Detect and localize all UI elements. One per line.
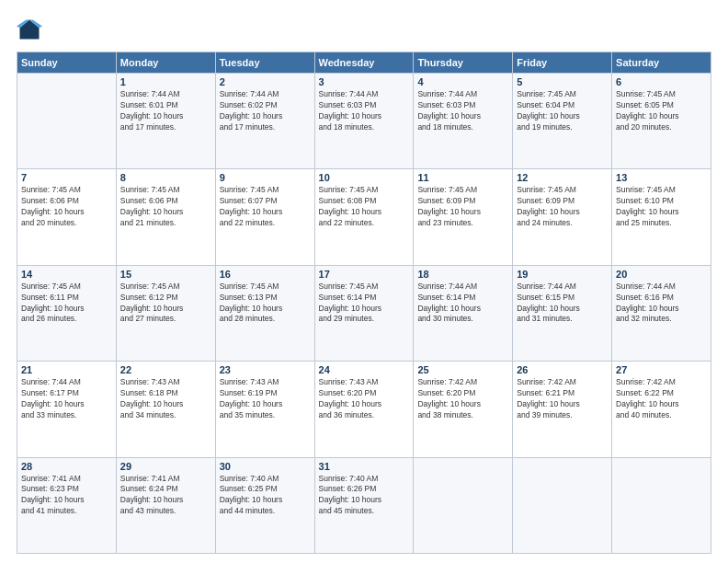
calendar-cell: 2Sunrise: 7:44 AM Sunset: 6:02 PM Daylig… bbox=[215, 74, 314, 169]
day-info: Sunrise: 7:45 AM Sunset: 6:06 PM Dayligh… bbox=[120, 185, 211, 229]
day-info: Sunrise: 7:44 AM Sunset: 6:14 PM Dayligh… bbox=[417, 282, 508, 326]
logo-icon bbox=[17, 17, 42, 42]
day-info: Sunrise: 7:43 AM Sunset: 6:19 PM Dayligh… bbox=[220, 377, 311, 421]
day-info: Sunrise: 7:45 AM Sunset: 6:06 PM Dayligh… bbox=[21, 185, 112, 229]
day-info: Sunrise: 7:42 AM Sunset: 6:21 PM Dayligh… bbox=[517, 377, 608, 421]
calendar-week-row: 21Sunrise: 7:44 AM Sunset: 6:17 PM Dayli… bbox=[17, 362, 711, 457]
calendar-week-row: 28Sunrise: 7:41 AM Sunset: 6:23 PM Dayli… bbox=[17, 457, 711, 553]
day-number: 14 bbox=[21, 269, 112, 280]
day-number: 11 bbox=[417, 172, 508, 183]
day-number: 21 bbox=[21, 364, 112, 375]
calendar-cell: 20Sunrise: 7:44 AM Sunset: 6:16 PM Dayli… bbox=[612, 265, 711, 361]
day-info: Sunrise: 7:43 AM Sunset: 6:20 PM Dayligh… bbox=[319, 377, 410, 421]
day-number: 22 bbox=[120, 364, 211, 375]
calendar-cell: 19Sunrise: 7:44 AM Sunset: 6:15 PM Dayli… bbox=[513, 265, 612, 361]
calendar-cell: 4Sunrise: 7:44 AM Sunset: 6:03 PM Daylig… bbox=[414, 74, 513, 169]
calendar-cell: 6Sunrise: 7:45 AM Sunset: 6:05 PM Daylig… bbox=[612, 74, 711, 169]
calendar-cell: 30Sunrise: 7:40 AM Sunset: 6:25 PM Dayli… bbox=[215, 457, 314, 553]
calendar-cell: 17Sunrise: 7:45 AM Sunset: 6:14 PM Dayli… bbox=[314, 265, 414, 361]
day-number: 31 bbox=[319, 461, 410, 472]
calendar-cell: 7Sunrise: 7:45 AM Sunset: 6:06 PM Daylig… bbox=[17, 169, 117, 265]
day-info: Sunrise: 7:45 AM Sunset: 6:13 PM Dayligh… bbox=[220, 282, 311, 326]
day-number: 16 bbox=[220, 269, 311, 280]
day-info: Sunrise: 7:45 AM Sunset: 6:07 PM Dayligh… bbox=[220, 185, 311, 229]
calendar-cell bbox=[513, 457, 612, 553]
weekday-row: SundayMondayTuesdayWednesdayThursdayFrid… bbox=[17, 52, 711, 74]
day-info: Sunrise: 7:44 AM Sunset: 6:15 PM Dayligh… bbox=[517, 282, 608, 326]
day-number: 17 bbox=[319, 269, 410, 280]
weekday-header: Saturday bbox=[612, 52, 711, 74]
calendar-cell: 8Sunrise: 7:45 AM Sunset: 6:06 PM Daylig… bbox=[116, 169, 215, 265]
day-number: 10 bbox=[319, 172, 410, 183]
calendar-cell: 27Sunrise: 7:42 AM Sunset: 6:22 PM Dayli… bbox=[612, 362, 711, 457]
calendar-cell: 13Sunrise: 7:45 AM Sunset: 6:10 PM Dayli… bbox=[612, 169, 711, 265]
calendar-cell bbox=[612, 457, 711, 553]
day-info: Sunrise: 7:44 AM Sunset: 6:03 PM Dayligh… bbox=[417, 89, 508, 133]
weekday-header: Sunday bbox=[17, 52, 117, 74]
calendar-cell: 10Sunrise: 7:45 AM Sunset: 6:08 PM Dayli… bbox=[314, 169, 414, 265]
day-number: 6 bbox=[616, 76, 707, 87]
calendar-cell: 23Sunrise: 7:43 AM Sunset: 6:19 PM Dayli… bbox=[215, 362, 314, 457]
day-info: Sunrise: 7:44 AM Sunset: 6:01 PM Dayligh… bbox=[120, 89, 211, 133]
weekday-header: Wednesday bbox=[314, 52, 414, 74]
calendar-cell: 5Sunrise: 7:45 AM Sunset: 6:04 PM Daylig… bbox=[513, 74, 612, 169]
day-info: Sunrise: 7:41 AM Sunset: 6:24 PM Dayligh… bbox=[120, 474, 211, 518]
weekday-header: Thursday bbox=[414, 52, 513, 74]
calendar-cell: 25Sunrise: 7:42 AM Sunset: 6:20 PM Dayli… bbox=[414, 362, 513, 457]
day-number: 2 bbox=[220, 76, 311, 87]
day-number: 15 bbox=[120, 269, 211, 280]
calendar-cell: 22Sunrise: 7:43 AM Sunset: 6:18 PM Dayli… bbox=[116, 362, 215, 457]
day-number: 20 bbox=[616, 269, 707, 280]
day-number: 26 bbox=[517, 364, 608, 375]
day-info: Sunrise: 7:42 AM Sunset: 6:20 PM Dayligh… bbox=[417, 377, 508, 421]
day-number: 24 bbox=[319, 364, 410, 375]
day-info: Sunrise: 7:44 AM Sunset: 6:02 PM Dayligh… bbox=[220, 89, 311, 133]
day-info: Sunrise: 7:45 AM Sunset: 6:10 PM Dayligh… bbox=[616, 185, 707, 229]
calendar-body: 1Sunrise: 7:44 AM Sunset: 6:01 PM Daylig… bbox=[17, 74, 711, 554]
day-info: Sunrise: 7:40 AM Sunset: 6:25 PM Dayligh… bbox=[220, 474, 311, 518]
calendar-week-row: 1Sunrise: 7:44 AM Sunset: 6:01 PM Daylig… bbox=[17, 74, 711, 169]
day-number: 18 bbox=[417, 269, 508, 280]
day-info: Sunrise: 7:41 AM Sunset: 6:23 PM Dayligh… bbox=[21, 474, 112, 518]
day-number: 9 bbox=[220, 172, 311, 183]
day-number: 23 bbox=[220, 364, 311, 375]
day-number: 3 bbox=[319, 76, 410, 87]
day-number: 27 bbox=[616, 364, 707, 375]
day-number: 25 bbox=[417, 364, 508, 375]
calendar-week-row: 14Sunrise: 7:45 AM Sunset: 6:11 PM Dayli… bbox=[17, 265, 711, 361]
calendar-cell: 1Sunrise: 7:44 AM Sunset: 6:01 PM Daylig… bbox=[116, 74, 215, 169]
calendar-header: SundayMondayTuesdayWednesdayThursdayFrid… bbox=[17, 52, 711, 74]
day-number: 30 bbox=[220, 461, 311, 472]
calendar-cell: 28Sunrise: 7:41 AM Sunset: 6:23 PM Dayli… bbox=[17, 457, 117, 553]
weekday-header: Tuesday bbox=[215, 52, 314, 74]
day-info: Sunrise: 7:40 AM Sunset: 6:26 PM Dayligh… bbox=[319, 474, 410, 518]
logo bbox=[17, 17, 46, 42]
day-info: Sunrise: 7:43 AM Sunset: 6:18 PM Dayligh… bbox=[120, 377, 211, 421]
day-info: Sunrise: 7:45 AM Sunset: 6:14 PM Dayligh… bbox=[319, 282, 410, 326]
day-info: Sunrise: 7:44 AM Sunset: 6:03 PM Dayligh… bbox=[319, 89, 410, 133]
weekday-header: Friday bbox=[513, 52, 612, 74]
day-number: 7 bbox=[21, 172, 112, 183]
calendar-cell: 18Sunrise: 7:44 AM Sunset: 6:14 PM Dayli… bbox=[414, 265, 513, 361]
day-info: Sunrise: 7:45 AM Sunset: 6:09 PM Dayligh… bbox=[517, 185, 608, 229]
day-number: 28 bbox=[21, 461, 112, 472]
calendar-cell: 29Sunrise: 7:41 AM Sunset: 6:24 PM Dayli… bbox=[116, 457, 215, 553]
day-number: 19 bbox=[517, 269, 608, 280]
calendar-cell: 24Sunrise: 7:43 AM Sunset: 6:20 PM Dayli… bbox=[314, 362, 414, 457]
day-info: Sunrise: 7:45 AM Sunset: 6:11 PM Dayligh… bbox=[21, 282, 112, 326]
day-info: Sunrise: 7:45 AM Sunset: 6:08 PM Dayligh… bbox=[319, 185, 410, 229]
calendar-cell bbox=[414, 457, 513, 553]
day-number: 1 bbox=[120, 76, 211, 87]
calendar-table: SundayMondayTuesdayWednesdayThursdayFrid… bbox=[17, 52, 711, 554]
calendar-cell: 16Sunrise: 7:45 AM Sunset: 6:13 PM Dayli… bbox=[215, 265, 314, 361]
calendar-cell: 15Sunrise: 7:45 AM Sunset: 6:12 PM Dayli… bbox=[116, 265, 215, 361]
day-info: Sunrise: 7:45 AM Sunset: 6:12 PM Dayligh… bbox=[120, 282, 211, 326]
day-number: 12 bbox=[517, 172, 608, 183]
day-number: 13 bbox=[616, 172, 707, 183]
calendar-cell: 14Sunrise: 7:45 AM Sunset: 6:11 PM Dayli… bbox=[17, 265, 117, 361]
calendar-week-row: 7Sunrise: 7:45 AM Sunset: 6:06 PM Daylig… bbox=[17, 169, 711, 265]
calendar-cell: 9Sunrise: 7:45 AM Sunset: 6:07 PM Daylig… bbox=[215, 169, 314, 265]
calendar-cell: 21Sunrise: 7:44 AM Sunset: 6:17 PM Dayli… bbox=[17, 362, 117, 457]
calendar-cell: 11Sunrise: 7:45 AM Sunset: 6:09 PM Dayli… bbox=[414, 169, 513, 265]
day-info: Sunrise: 7:45 AM Sunset: 6:04 PM Dayligh… bbox=[517, 89, 608, 133]
